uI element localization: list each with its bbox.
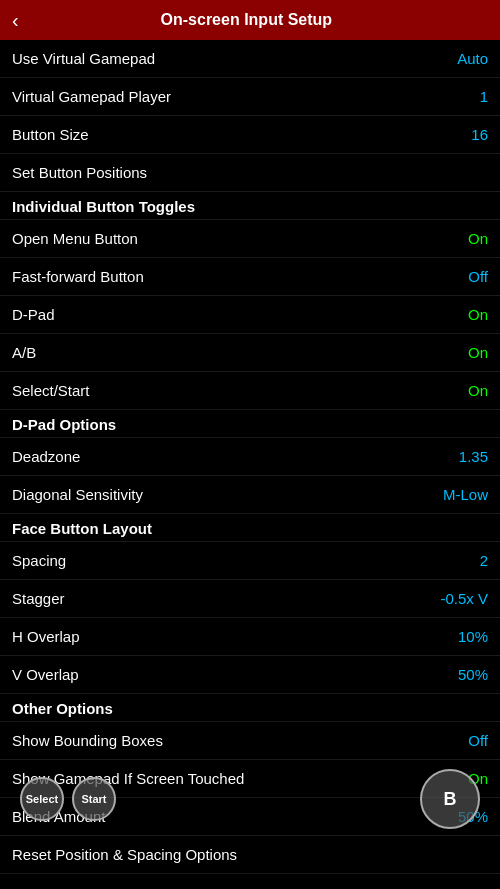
settings-row-17[interactable]: V Overlap50% bbox=[0, 656, 500, 694]
settings-row-22[interactable]: Reset Position & Spacing Options bbox=[0, 836, 500, 874]
section-header-face-button-layout: Face Button Layout bbox=[0, 514, 500, 542]
row-value: 1 bbox=[480, 88, 488, 105]
row-value: On bbox=[468, 306, 488, 323]
settings-row-12[interactable]: Diagonal SensitivityM-Low bbox=[0, 476, 500, 514]
settings-row-5[interactable]: Open Menu ButtonOn bbox=[0, 220, 500, 258]
page-title: On-screen Input Setup bbox=[29, 11, 464, 29]
row-value: 10% bbox=[458, 628, 488, 645]
settings-row-11[interactable]: Deadzone1.35 bbox=[0, 438, 500, 476]
section-header-text: Individual Button Toggles bbox=[12, 198, 195, 215]
row-value: On bbox=[468, 382, 488, 399]
row-label: Diagonal Sensitivity bbox=[12, 486, 143, 503]
settings-row-3[interactable]: Set Button Positions bbox=[0, 154, 500, 192]
row-label: Use Virtual Gamepad bbox=[12, 50, 155, 67]
row-value: On bbox=[468, 230, 488, 247]
settings-row-6[interactable]: Fast-forward ButtonOff bbox=[0, 258, 500, 296]
row-label: V Overlap bbox=[12, 666, 79, 683]
row-value: 16 bbox=[471, 126, 488, 143]
row-label: Open Menu Button bbox=[12, 230, 138, 247]
settings-row-20[interactable]: Show Gamepad If Screen TouchedOn bbox=[0, 760, 500, 798]
row-label: Spacing bbox=[12, 552, 66, 569]
settings-row-19[interactable]: Show Bounding BoxesOff bbox=[0, 722, 500, 760]
settings-list: Use Virtual GamepadAutoVirtual Gamepad P… bbox=[0, 40, 500, 874]
row-label: H Overlap bbox=[12, 628, 80, 645]
section-header-other-options: Other Options bbox=[0, 694, 500, 722]
section-header-individual-button-toggles: Individual Button Toggles bbox=[0, 192, 500, 220]
row-label: Virtual Gamepad Player bbox=[12, 88, 171, 105]
row-label: Reset Position & Spacing Options bbox=[12, 846, 237, 863]
settings-row-0[interactable]: Use Virtual GamepadAuto bbox=[0, 40, 500, 78]
row-label: D-Pad bbox=[12, 306, 55, 323]
row-label: Deadzone bbox=[12, 448, 80, 465]
settings-row-2[interactable]: Button Size16 bbox=[0, 116, 500, 154]
settings-row-1[interactable]: Virtual Gamepad Player1 bbox=[0, 78, 500, 116]
settings-row-15[interactable]: Stagger-0.5x V bbox=[0, 580, 500, 618]
section-header-text: Face Button Layout bbox=[12, 520, 152, 537]
row-label: Fast-forward Button bbox=[12, 268, 144, 285]
row-value: Auto bbox=[457, 50, 488, 67]
settings-row-7[interactable]: D-PadOn bbox=[0, 296, 500, 334]
section-header-text: Other Options bbox=[12, 700, 113, 717]
row-value: On bbox=[468, 770, 488, 787]
settings-row-8[interactable]: A/BOn bbox=[0, 334, 500, 372]
row-label: A/B bbox=[12, 344, 36, 361]
row-value: Off bbox=[468, 268, 488, 285]
row-label: Button Size bbox=[12, 126, 89, 143]
row-value: M-Low bbox=[443, 486, 488, 503]
row-label: Show Gamepad If Screen Touched bbox=[12, 770, 244, 787]
row-label: Select/Start bbox=[12, 382, 90, 399]
row-value: On bbox=[468, 344, 488, 361]
row-value: Off bbox=[468, 732, 488, 749]
section-header-d-pad-options: D-Pad Options bbox=[0, 410, 500, 438]
row-label: Show Bounding Boxes bbox=[12, 732, 163, 749]
section-header-text: D-Pad Options bbox=[12, 416, 116, 433]
settings-row-21[interactable]: Blend Amount50% bbox=[0, 798, 500, 836]
settings-row-16[interactable]: H Overlap10% bbox=[0, 618, 500, 656]
row-label: Set Button Positions bbox=[12, 164, 147, 181]
row-label: Blend Amount bbox=[12, 808, 105, 825]
row-value: 2 bbox=[480, 552, 488, 569]
row-value: 1.35 bbox=[459, 448, 488, 465]
settings-row-14[interactable]: Spacing2 bbox=[0, 542, 500, 580]
header: ‹ On-screen Input Setup bbox=[0, 0, 500, 40]
settings-row-9[interactable]: Select/StartOn bbox=[0, 372, 500, 410]
row-value: -0.5x V bbox=[440, 590, 488, 607]
row-value: 50% bbox=[458, 808, 488, 825]
row-value: 50% bbox=[458, 666, 488, 683]
back-button[interactable]: ‹ bbox=[12, 10, 19, 30]
row-label: Stagger bbox=[12, 590, 65, 607]
